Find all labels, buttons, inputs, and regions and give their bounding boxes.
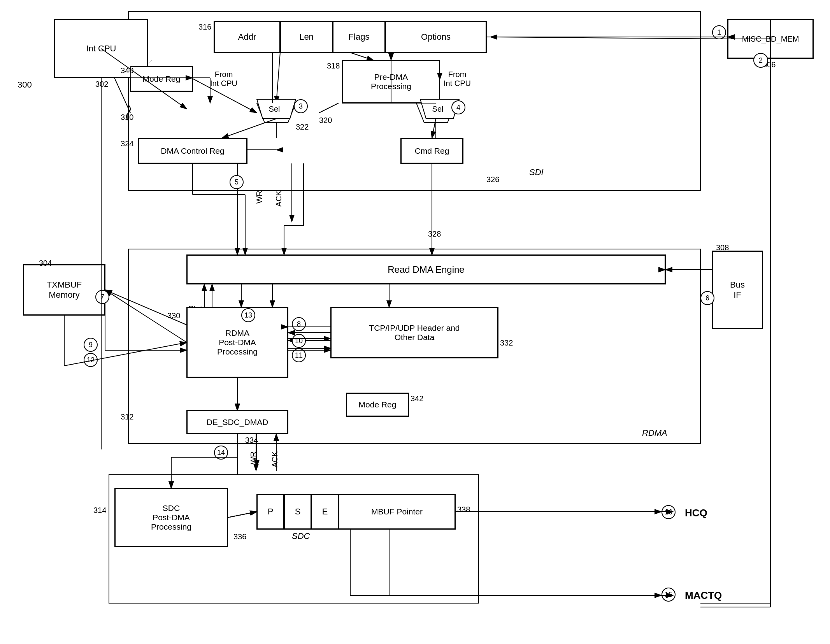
dma-ctrl-reg-label: DMA Control Reg	[161, 146, 224, 156]
len-cell: Len	[280, 21, 333, 53]
pre-dma-box: Pre-DMAProcessing	[342, 60, 440, 103]
sdc-label: SDC	[292, 531, 310, 541]
svg-line-58	[228, 512, 257, 518]
circle-16: 16	[662, 505, 676, 519]
mode-reg-top-box: Mode Reg	[130, 66, 193, 91]
ref-300: 300	[18, 80, 32, 90]
circle-8: 8	[292, 317, 306, 331]
tcp-header-box: TCP/IP/UDP Header andOther Data	[331, 307, 498, 358]
circle-9: 9	[84, 338, 98, 352]
tcp-header-label: TCP/IP/UDP Header andOther Data	[369, 323, 460, 342]
ref-316: 316	[198, 23, 211, 32]
ref-328: 328	[428, 230, 441, 239]
circle-14: 14	[214, 446, 228, 460]
circle-12: 12	[84, 353, 98, 367]
bus-if-label: BusIF	[730, 280, 745, 300]
txmbuf-box: TXMBUFMemory	[23, 265, 105, 315]
ref-322: 322	[296, 123, 309, 132]
mode-reg-top-label: Mode Reg	[143, 74, 181, 84]
circle-11: 11	[292, 348, 306, 362]
sdc-post-label: SDCPost-DMAProcessing	[151, 504, 191, 532]
cmd-reg-label: Cmd Reg	[415, 146, 449, 156]
diagram: Int CPU 302 300 MISC_BD_MEM 306 1 Addr L…	[0, 0, 830, 644]
ref-308: 308	[716, 243, 729, 252]
rdma-post-box: RDMAPost-DMAProcessing	[187, 307, 288, 377]
ref-332: 332	[500, 339, 513, 347]
hcq-label: HCQ	[685, 507, 707, 519]
ref-340: 340	[121, 66, 133, 75]
dma-ctrl-reg-box: DMA Control Reg	[138, 138, 247, 163]
mactq-label: MACTQ	[685, 590, 722, 602]
from-int-cpu-1: FromInt CPU	[210, 70, 237, 88]
circle-5: 5	[230, 175, 244, 189]
mbuf-pointer-cell: MBUF Pointer	[339, 494, 455, 529]
ref-314: 314	[93, 506, 106, 515]
de-sdc-dmad-label: DE_SDC_DMAD	[207, 418, 268, 427]
mode-reg-rdma-label: Mode Reg	[359, 400, 397, 409]
options-cell: Options	[385, 21, 486, 53]
ref-338: 338	[457, 505, 470, 514]
sel-left-shape: Sel	[253, 99, 300, 126]
svg-line-30	[490, 37, 728, 39]
ref-306: 306	[763, 60, 776, 69]
ref-342: 342	[411, 394, 423, 403]
circle-4: 4	[451, 100, 465, 114]
wr-label-top: WR	[255, 191, 264, 204]
ref-334: 334	[245, 436, 258, 445]
svg-line-34	[276, 53, 280, 103]
ref-326: 326	[486, 175, 499, 184]
de-sdc-dmad-box: DE_SDC_DMAD	[187, 411, 288, 434]
e-cell: E	[311, 494, 339, 529]
rdma-post-label: RDMAPost-DMAProcessing	[217, 328, 258, 356]
circle-10: 10	[292, 334, 306, 348]
ref-330: 330	[167, 311, 180, 320]
circle-7: 7	[95, 290, 109, 304]
ref-324: 324	[121, 139, 133, 148]
sdc-post-box: SDCPost-DMAProcessing	[115, 488, 228, 547]
bus-if-box: BusIF	[712, 251, 763, 329]
circle-15: 15	[662, 588, 676, 602]
svg-line-119	[319, 103, 339, 113]
addr-cell: Addr	[214, 21, 280, 53]
ack-label-bot: ACK	[270, 451, 279, 467]
misc-bd-mem-label: MISC_BD_MEM	[742, 35, 799, 44]
svg-text:Sel: Sel	[432, 105, 444, 113]
svg-line-106	[228, 512, 257, 518]
ack-label-top: ACK	[274, 191, 283, 207]
svg-text:Sel: Sel	[269, 105, 280, 113]
ref-310: 310	[121, 113, 133, 122]
circle-3: 3	[294, 99, 308, 113]
sdi-label: SDI	[529, 167, 544, 177]
circle-6: 6	[700, 291, 714, 305]
ref-336: 336	[233, 532, 246, 541]
pre-dma-label: Pre-DMAProcessing	[371, 72, 411, 91]
p-cell: P	[257, 494, 284, 529]
ref-318: 318	[327, 61, 340, 70]
circle-1: 1	[712, 25, 726, 39]
ref-304: 304	[39, 259, 52, 268]
svg-line-95	[64, 342, 187, 366]
rdma-region-label: RDMA	[642, 428, 667, 438]
ref-320: 320	[319, 116, 332, 125]
txmbuf-label: TXMBUFMemory	[47, 280, 82, 300]
cmd-reg-box: Cmd Reg	[401, 138, 463, 163]
ref-302: 302	[95, 80, 108, 89]
int-cpu-label: Int CPU	[86, 44, 116, 54]
misc-bd-mem-box: MISC_BD_MEM	[728, 19, 813, 58]
circle-13: 13	[241, 308, 255, 322]
svg-line-74	[350, 53, 374, 60]
flags-cell: Flags	[333, 21, 385, 53]
s-cell: S	[284, 494, 311, 529]
ref-312: 312	[121, 412, 133, 421]
read-dma-engine-box: Read DMA Engine	[187, 255, 665, 284]
from-int-cpu-2: FromInt CPU	[444, 70, 471, 88]
wr-label-bot: WR	[249, 451, 258, 464]
mode-reg-rdma-box: Mode Reg	[346, 393, 409, 416]
read-dma-engine-label: Read DMA Engine	[388, 264, 464, 275]
